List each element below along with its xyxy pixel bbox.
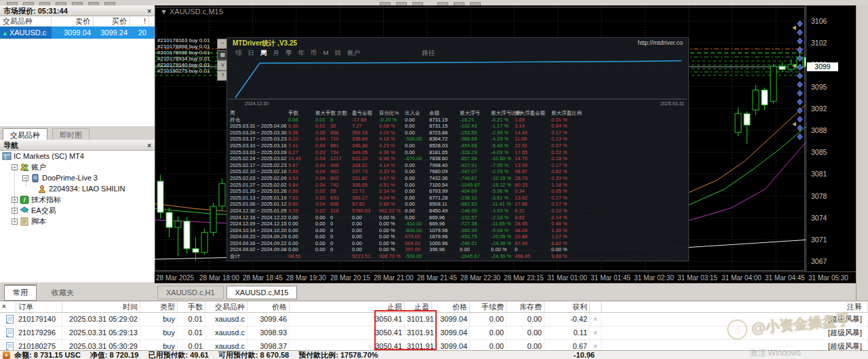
document-icon bbox=[6, 315, 14, 324]
mtdriver-menu-item[interactable]: 季 bbox=[285, 49, 292, 58]
time-axis[interactable]: 28 Mar 202528 Mar 18:0028 Mar 18:4528 Ma… bbox=[155, 271, 856, 284]
price-up-icon: ▲ bbox=[2, 30, 8, 37]
accounts-icon bbox=[20, 163, 29, 172]
stats-value-cell: 0.04 bbox=[315, 201, 330, 208]
stats-value-cell: 0.00 bbox=[315, 233, 330, 240]
price-axis[interactable]: 3106310230993095309230883085308130783074… bbox=[806, 5, 856, 271]
order-type: buy bbox=[140, 313, 178, 328]
chart-tab[interactable]: XAUUSD.c,H1 bbox=[157, 286, 224, 299]
close-order-button[interactable]: × bbox=[590, 326, 601, 341]
stats-value-cell: 5780.53 bbox=[352, 208, 379, 214]
stats-value-cell: 0.00 bbox=[405, 175, 429, 182]
navigator-header[interactable]: 导航 × bbox=[0, 140, 155, 151]
stats-value-cell: 8.82 bbox=[515, 214, 551, 221]
tree-item-account[interactable]: 2204934: LIAO SHILIN bbox=[0, 183, 155, 194]
column-bid[interactable]: 卖价 bbox=[52, 16, 94, 26]
tree-item-mt4-root[interactable]: IC Markets (SC) MT4 bbox=[0, 151, 155, 162]
mtdriver-panel[interactable]: MTDriver统计 ,V3.25 http://mtdriver.co 综日周… bbox=[226, 37, 689, 261]
stats-value-cell: 0.22 % bbox=[551, 149, 690, 156]
stats-value-cell: -240.51 bbox=[460, 240, 491, 247]
chart-order-label: #210179140 buy 0.01 bbox=[157, 62, 210, 68]
activate-windows-watermark: 激活 Windows bbox=[749, 347, 801, 359]
mtdriver-menu-item[interactable]: 综 bbox=[235, 49, 242, 58]
market-watch-row[interactable]: ▲XAUUSD.c 3099.04 3099.24 20 bbox=[0, 26, 155, 39]
close-icon[interactable]: × bbox=[2, 303, 6, 310]
mt4-window: 市场报价: 05:31:44 × 交易品种 卖价 买价 ! ▲XAUUSD.c … bbox=[0, 0, 868, 359]
orders-header-cell[interactable]: 获利 bbox=[545, 301, 590, 312]
price-label: 3078 bbox=[811, 192, 827, 200]
orders-header-cell[interactable]: 价格 bbox=[248, 301, 290, 312]
mtdriver-menu-item[interactable]: 账户 bbox=[347, 49, 360, 58]
mtdriver-menu-item[interactable]: M bbox=[323, 49, 329, 58]
mtdriver-menu-item[interactable]: 币 bbox=[311, 49, 317, 58]
orders-header-cell[interactable]: 库存费 bbox=[507, 301, 545, 312]
tree-item-indicators[interactable]: + f 技术指标 bbox=[0, 194, 155, 205]
price-label: 3071 bbox=[811, 235, 827, 244]
column-ask[interactable]: 买价 bbox=[94, 16, 130, 26]
orders-header-cell[interactable]: 注释 bbox=[601, 301, 868, 312]
mtdriver-menu-item[interactable]: 目 bbox=[334, 49, 341, 58]
tree-item-accounts[interactable]: − 账户 bbox=[0, 162, 155, 172]
chart-symbol-label[interactable]: ▼ XAUUSD.c,M15 bbox=[160, 7, 223, 16]
stats-value-cell: 8181.65 bbox=[429, 149, 460, 156]
stats-value-cell: 0.00 bbox=[315, 246, 330, 253]
close-order-button[interactable]: × bbox=[590, 313, 601, 328]
tab-favorites[interactable]: 收藏夹 bbox=[43, 285, 83, 301]
user-icon bbox=[37, 185, 47, 193]
column-spread[interactable]: ! bbox=[130, 16, 149, 26]
stats-value-cell: 3.14 bbox=[515, 123, 551, 130]
orders-header-cell[interactable]: 订单 bbox=[16, 301, 62, 312]
status-value: 49.61 bbox=[190, 351, 209, 359]
tab-common[interactable]: 常用 bbox=[4, 284, 37, 301]
stats-period-cell: 持仓 bbox=[230, 117, 288, 124]
column-symbol[interactable]: 交易品种 bbox=[0, 16, 52, 26]
tree-item-experts[interactable]: + EA交易 bbox=[0, 205, 155, 216]
mtdriver-menu-path[interactable]: 路径 bbox=[422, 49, 435, 58]
status-segment: 可用预付款: 8 670.58 bbox=[218, 351, 290, 359]
mtdriver-menu: 综日周月季年币M目账户路径 bbox=[235, 49, 435, 58]
tree-item-scripts[interactable]: + 脚本 bbox=[0, 216, 155, 227]
stats-row: 2024.09.16 ~ 2024.09.220.000.0000.000.00… bbox=[227, 240, 690, 247]
stats-value-cell: 0.00 bbox=[352, 233, 379, 240]
stats-value-cell: -11.41 % bbox=[491, 201, 515, 208]
stats-row: 2025.01.27 ~ 2025.02.029.840.04742306.55… bbox=[227, 182, 690, 189]
stats-value-cell: 17.66 bbox=[515, 201, 551, 208]
order-symbol: xauusd.c bbox=[205, 313, 248, 328]
status-segment: 预付款比例: 17578.70% bbox=[298, 351, 378, 359]
mtdriver-menu-item[interactable]: 周 bbox=[260, 49, 267, 58]
close-icon[interactable]: × bbox=[147, 6, 151, 17]
candlestick bbox=[219, 184, 225, 206]
expert-advisor-icon bbox=[20, 206, 29, 215]
stats-value-cell: -328.29 bbox=[460, 149, 491, 156]
orders-header-cell[interactable]: 价格 bbox=[432, 301, 470, 312]
candlestick bbox=[166, 212, 172, 227]
server-icon bbox=[2, 152, 12, 161]
chart-tab[interactable]: XAUUSD.c,M15 bbox=[226, 286, 298, 299]
stats-value-cell: 0.02 bbox=[315, 188, 330, 195]
tree-item-server[interactable]: − DooPrime-Live 3 bbox=[0, 172, 155, 183]
mtdriver-menu-item[interactable]: 月 bbox=[273, 49, 280, 58]
scrollbar[interactable] bbox=[856, 5, 868, 301]
trade-icon[interactable]: ▼ bbox=[3, 352, 10, 359]
orders-header-cell[interactable] bbox=[590, 301, 601, 312]
orders-header-cell[interactable]: 时间 bbox=[62, 301, 140, 312]
orders-header-cell[interactable]: 交易品种 bbox=[205, 301, 248, 312]
mtdriver-url[interactable]: http://mtdriver.co bbox=[637, 39, 683, 46]
stats-value-cell: 67.44 bbox=[515, 240, 551, 247]
stats-value-cell: 22.71 bbox=[352, 188, 379, 195]
current-price-badge: 3099 bbox=[807, 62, 838, 71]
stats-period-cell: 2024.10.14 ~ 2024.10.20 bbox=[230, 227, 288, 234]
mtdriver-menu-item[interactable]: 日 bbox=[248, 49, 255, 58]
stats-value-cell: -4.09 % bbox=[491, 149, 515, 156]
stats-value-cell: 0.00 bbox=[315, 240, 330, 247]
close-icon[interactable]: × bbox=[147, 140, 151, 151]
orders-header-cell[interactable]: 类型 bbox=[140, 301, 178, 312]
market-watch-header[interactable]: 市场报价: 05:31:44 × bbox=[0, 5, 155, 16]
stats-value-cell: 14.43 bbox=[288, 155, 315, 162]
orders-header-cell[interactable]: 手续费 bbox=[470, 301, 507, 312]
arrow-marker bbox=[792, 122, 796, 126]
stats-value-cell: 0.00 bbox=[352, 214, 379, 221]
stats-value-cell: 247.73 bbox=[352, 168, 379, 175]
orders-header-cell[interactable]: 手数 bbox=[178, 301, 205, 312]
mtdriver-menu-item[interactable]: 年 bbox=[298, 49, 305, 58]
